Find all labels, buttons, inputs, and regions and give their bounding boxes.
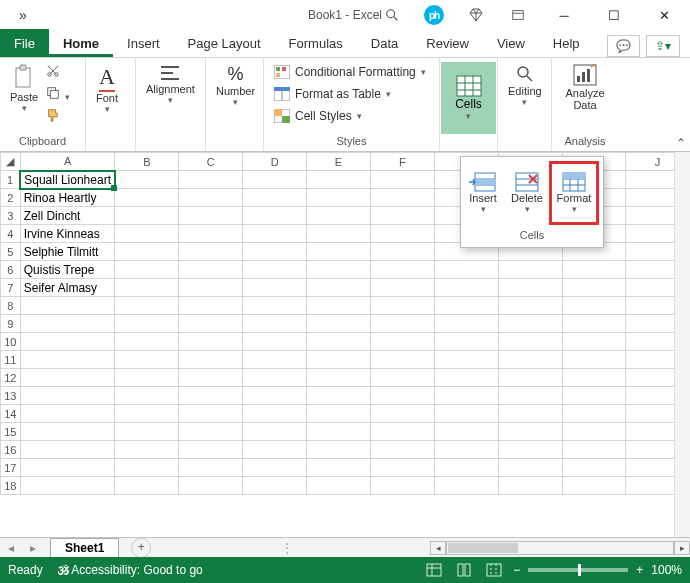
cell[interactable] xyxy=(307,279,371,297)
cell[interactable] xyxy=(434,459,498,477)
cell[interactable] xyxy=(562,333,626,351)
cell[interactable] xyxy=(307,387,371,405)
cell[interactable] xyxy=(307,189,371,207)
cell[interactable] xyxy=(562,297,626,315)
cell[interactable] xyxy=(307,225,371,243)
cell[interactable] xyxy=(434,279,498,297)
cell[interactable] xyxy=(562,279,626,297)
cell[interactable] xyxy=(434,387,498,405)
cell[interactable] xyxy=(115,423,179,441)
cell[interactable] xyxy=(562,441,626,459)
cell[interactable] xyxy=(115,171,179,189)
tab-view[interactable]: View xyxy=(483,31,539,57)
cell[interactable] xyxy=(498,297,562,315)
cell[interactable] xyxy=(243,333,307,351)
cell[interactable] xyxy=(115,405,179,423)
cell[interactable] xyxy=(115,333,179,351)
cell[interactable] xyxy=(115,351,179,369)
cell[interactable] xyxy=(370,405,434,423)
accessibility-status[interactable]: 🕉︎ Accessibility: Good to go xyxy=(57,563,203,577)
row-header[interactable]: 13 xyxy=(1,387,21,405)
alignment-button[interactable]: Alignment▾ xyxy=(142,62,199,107)
format-painter-icon[interactable] xyxy=(46,108,69,126)
format-cells-button[interactable]: Format▾ xyxy=(549,161,599,225)
tab-insert[interactable]: Insert xyxy=(113,31,174,57)
cell[interactable] xyxy=(307,333,371,351)
cell[interactable] xyxy=(179,189,243,207)
cell[interactable] xyxy=(370,189,434,207)
cell[interactable] xyxy=(20,459,115,477)
search-icon[interactable] xyxy=(374,1,410,29)
cell[interactable] xyxy=(498,441,562,459)
cell[interactable] xyxy=(307,405,371,423)
share-button[interactable]: ⇪▾ xyxy=(646,35,680,57)
cell[interactable] xyxy=(562,423,626,441)
cell[interactable] xyxy=(307,171,371,189)
row-header[interactable]: 7 xyxy=(1,279,21,297)
cell[interactable] xyxy=(370,369,434,387)
cell[interactable] xyxy=(243,297,307,315)
cell[interactable] xyxy=(370,387,434,405)
cell[interactable] xyxy=(370,333,434,351)
cell[interactable] xyxy=(20,441,115,459)
cell[interactable] xyxy=(115,315,179,333)
cell[interactable] xyxy=(434,261,498,279)
cell[interactable] xyxy=(115,297,179,315)
cell[interactable]: Seifer Almasy xyxy=(20,279,115,297)
cell[interactable] xyxy=(498,405,562,423)
row-header[interactable]: 8 xyxy=(1,297,21,315)
col-header[interactable]: E xyxy=(307,153,371,171)
row-header[interactable]: 17 xyxy=(1,459,21,477)
cell[interactable] xyxy=(307,315,371,333)
cell[interactable] xyxy=(562,477,626,495)
cell[interactable] xyxy=(370,297,434,315)
cell[interactable] xyxy=(243,243,307,261)
tab-data[interactable]: Data xyxy=(357,31,412,57)
row-header[interactable]: 9 xyxy=(1,315,21,333)
cell[interactable] xyxy=(243,261,307,279)
cell[interactable] xyxy=(434,405,498,423)
cell[interactable] xyxy=(20,387,115,405)
row-header[interactable]: 6 xyxy=(1,261,21,279)
font-button[interactable]: A Font▾ xyxy=(92,62,122,116)
cell[interactable] xyxy=(370,207,434,225)
editing-button[interactable]: Editing▾ xyxy=(504,62,546,109)
row-header[interactable]: 3 xyxy=(1,207,21,225)
tab-page-layout[interactable]: Page Layout xyxy=(174,31,275,57)
conditional-formatting-button[interactable]: Conditional Formatting▾ xyxy=(272,64,428,80)
cell[interactable] xyxy=(370,441,434,459)
row-header[interactable]: 15 xyxy=(1,423,21,441)
cell[interactable]: Rinoa Heartly xyxy=(20,189,115,207)
cell[interactable] xyxy=(179,459,243,477)
cell[interactable] xyxy=(498,279,562,297)
cell[interactable] xyxy=(370,243,434,261)
cell[interactable] xyxy=(498,369,562,387)
insert-cells-button[interactable]: Insert▾ xyxy=(461,157,505,229)
diamond-icon[interactable] xyxy=(458,1,494,29)
cell[interactable]: Irvine Kinneas xyxy=(20,225,115,243)
row-header[interactable]: 5 xyxy=(1,243,21,261)
zoom-out-button[interactable]: − xyxy=(513,563,520,577)
tab-review[interactable]: Review xyxy=(412,31,483,57)
number-button[interactable]: % Number▾ xyxy=(212,62,259,109)
cell[interactable] xyxy=(179,315,243,333)
cell[interactable] xyxy=(498,315,562,333)
vertical-scrollbar[interactable] xyxy=(674,152,690,537)
cell[interactable] xyxy=(243,477,307,495)
cell[interactable] xyxy=(434,477,498,495)
cell[interactable] xyxy=(498,423,562,441)
cell[interactable] xyxy=(20,333,115,351)
cell-styles-button[interactable]: Cell Styles▾ xyxy=(272,108,428,124)
format-as-table-button[interactable]: Format as Table▾ xyxy=(272,86,428,102)
cell[interactable] xyxy=(434,423,498,441)
cell[interactable] xyxy=(179,207,243,225)
cell[interactable] xyxy=(370,423,434,441)
tab-split-handle[interactable]: ⋮ xyxy=(281,541,293,555)
cell[interactable]: Squall Lionheart xyxy=(20,171,115,189)
cell[interactable] xyxy=(243,171,307,189)
row-header[interactable]: 2 xyxy=(1,189,21,207)
cell[interactable] xyxy=(307,351,371,369)
cell[interactable] xyxy=(307,207,371,225)
sheet-nav-prev[interactable]: ◂ xyxy=(0,541,22,555)
cell[interactable] xyxy=(434,297,498,315)
